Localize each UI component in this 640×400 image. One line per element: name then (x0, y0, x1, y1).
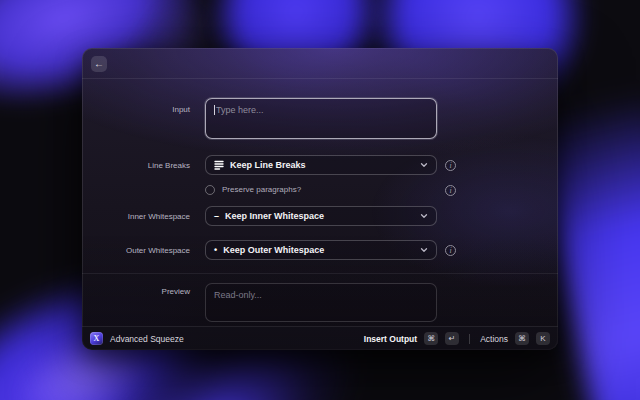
text-cursor (214, 105, 215, 115)
dash-icon: – (214, 211, 219, 221)
preview-label: Preview (82, 286, 190, 297)
k-key-badge: K (536, 332, 550, 345)
line-breaks-label: Line Breaks (82, 160, 190, 171)
chevron-down-icon (420, 246, 428, 254)
line-breaks-dropdown[interactable]: Keep Line Breaks (205, 155, 437, 175)
input-label: Input (82, 104, 190, 115)
section-divider (82, 273, 558, 274)
return-key-badge: ↵ (445, 332, 459, 345)
preserve-paragraphs-checkbox[interactable] (205, 185, 215, 195)
outer-whitespace-dropdown[interactable]: • Keep Outer Whitespace (205, 240, 437, 260)
command-key-badge: ⌘ (515, 332, 529, 345)
text-lines-icon (214, 160, 224, 170)
window-header: ← (82, 48, 558, 79)
line-breaks-value: Keep Line Breaks (230, 160, 306, 170)
inner-whitespace-label: Inner Whitespace (82, 211, 190, 222)
line-breaks-info-icon[interactable]: i (445, 160, 456, 171)
outer-whitespace-label: Outer Whitespace (82, 245, 190, 256)
chevron-down-icon (420, 212, 428, 220)
preserve-paragraphs-info-icon[interactable]: i (445, 185, 456, 196)
app-name: Advanced Squeeze (110, 334, 184, 344)
command-key-badge: ⌘ (424, 332, 438, 345)
insert-output-button[interactable]: Insert Output (364, 334, 417, 344)
input-field[interactable]: Type here... (205, 98, 437, 139)
actions-button[interactable]: Actions (480, 334, 508, 344)
back-button[interactable]: ← (91, 56, 107, 72)
back-arrow-icon: ← (94, 58, 104, 69)
chevron-down-icon (420, 161, 428, 169)
advanced-squeeze-app-icon: X (90, 332, 103, 345)
inner-whitespace-dropdown[interactable]: – Keep Inner Whitespace (205, 206, 437, 226)
outer-whitespace-info-icon[interactable]: i (445, 245, 456, 256)
input-placeholder: Type here... (216, 105, 264, 115)
footer-divider (469, 334, 470, 344)
dot-icon: • (214, 245, 217, 255)
preview-field[interactable]: Read-only... (205, 283, 437, 322)
preserve-paragraphs-label: Preserve paragraphs? (222, 185, 301, 194)
action-bar: X Advanced Squeeze Insert Output ⌘ ↵ Act… (82, 326, 558, 350)
outer-whitespace-value: Keep Outer Whitespace (223, 245, 324, 255)
inner-whitespace-value: Keep Inner Whitespace (225, 211, 324, 221)
raycast-window: ← Input Type here... Line Breaks Keep Li… (82, 48, 558, 350)
preview-placeholder: Read-only... (214, 290, 262, 300)
preserve-paragraphs-row: Preserve paragraphs? (205, 184, 301, 195)
